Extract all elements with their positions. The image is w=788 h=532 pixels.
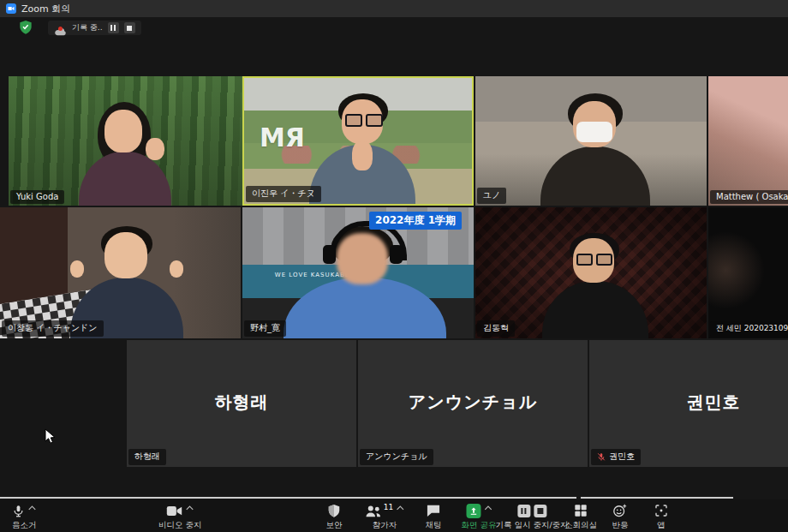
stop-video-label: 비디오 중지 [158, 520, 202, 531]
recording-indicator: 기록 중.. [48, 21, 141, 35]
video-tile-active-speaker[interactable]: MЯ 이진우 イ・チヌ [242, 76, 474, 206]
share-screen-button[interactable]: 화면 공유 [461, 503, 496, 531]
window-title: Zoom 회의 [21, 3, 70, 15]
participants-label: 참가자 [373, 520, 397, 531]
face-mask [576, 122, 612, 142]
participant-name: 이진우 イ・チヌ [252, 188, 315, 200]
video-tile-yuki-goda[interactable]: Yuki Goda [9, 76, 242, 206]
breakout-rooms-icon [574, 504, 588, 517]
muted-mic-icon [597, 452, 606, 462]
breakout-rooms-button[interactable]: 소회의실 [564, 503, 597, 531]
video-camera-icon [166, 505, 182, 517]
participant-big-name: 권민호 [614, 391, 788, 414]
participant-name: Yuki Goda [16, 192, 58, 201]
chat-label: 채팅 [426, 520, 442, 531]
participant-name-tag: 김동혁 [477, 320, 515, 337]
participant-name-tag: ユノ [477, 188, 506, 204]
participants-button[interactable]: 11 참가자 [365, 503, 404, 531]
chevron-up-icon[interactable] [28, 505, 36, 511]
chevron-up-icon[interactable] [186, 505, 194, 511]
pause-stop-recording-button[interactable]: 기록 일시 중지/중지 [495, 503, 568, 531]
participant-name: 권민호 [609, 451, 635, 463]
participant-name: ユノ [483, 189, 500, 201]
participant-name-tag: 전 세민 2020231092 [710, 321, 788, 337]
participant-name-tag: 이창동 イ・チャンドン [2, 320, 104, 337]
shield-icon [328, 504, 341, 518]
chevron-up-icon[interactable] [484, 505, 492, 511]
reactions-emoji-icon [613, 504, 628, 517]
participant-figure [535, 93, 664, 206]
reactions-label: 반응 [612, 520, 629, 531]
participant-name-tag: 하형래 [128, 449, 166, 465]
security-label: 보안 [326, 520, 343, 531]
video-tile-an-uncheol[interactable]: アンウンチョル アンウンチョル [358, 340, 588, 467]
mouse-cursor [45, 428, 57, 445]
participants-icon [365, 505, 382, 517]
security-button[interactable]: 보안 [326, 503, 343, 531]
apps-button[interactable]: 앱 [654, 503, 668, 531]
participant-name: 이창동 イ・チャンドン [8, 322, 98, 334]
meeting-security-shield-icon[interactable] [19, 20, 33, 35]
headphone-cup [323, 245, 336, 264]
headphone-cup [390, 245, 403, 264]
semester-banner: 2022年度 1学期 [369, 212, 462, 230]
share-screen-label: 화면 공유 [461, 520, 496, 531]
participants-count: 11 [384, 503, 393, 511]
chevron-up-icon[interactable] [397, 505, 404, 511]
participant-figure [302, 93, 431, 206]
stop-recording-icon[interactable] [534, 505, 546, 517]
window-title-bar: Zoom 회의 [0, 0, 788, 17]
stop-video-button[interactable]: 비디오 중지 [158, 503, 202, 531]
video-tile-yuno[interactable]: ユノ [475, 76, 707, 206]
cloud-recording-icon [54, 23, 67, 33]
participant-name: アンウンチョル [366, 451, 427, 463]
reactions-button[interactable]: 반응 [612, 503, 629, 531]
pause-recording-button[interactable] [108, 22, 119, 33]
zoom-app-icon [6, 3, 16, 14]
microphone-icon [12, 504, 25, 518]
video-feed-dark [708, 207, 788, 338]
recording-red-dot [58, 27, 63, 31]
chat-button[interactable]: 채팅 [426, 503, 442, 531]
participant-name: 김동혁 [483, 322, 509, 334]
participant-figure [535, 233, 664, 338]
pause-recording-icon[interactable] [517, 505, 530, 517]
video-tile-jeon-semin[interactable]: 전 세민 2020231092 [708, 207, 788, 338]
video-tile-lee-changdong[interactable]: 이창동 イ・チャンドン [0, 207, 241, 338]
breakout-rooms-label: 소회의실 [564, 520, 597, 531]
participant-name: 전 세민 2020231092 [716, 323, 788, 334]
meeting-toolbar: 음소거 비디오 중지 보안 [0, 499, 788, 532]
chat-bubble-icon [427, 504, 441, 517]
participant-name: 하형래 [134, 451, 160, 463]
participant-name: Matthew ( Osaka Gakuin Un [716, 192, 788, 201]
participant-name-tag: アンウンチョル [360, 449, 433, 465]
participant-big-name: 하형래 [127, 391, 356, 414]
record-control-label: 기록 일시 중지/중지 [495, 520, 568, 531]
window-edge-line [581, 497, 733, 499]
window-edge-line [0, 497, 576, 499]
participant-big-name: アンウンチョル [358, 391, 588, 414]
participant-name-tag: 野村_寛 [244, 320, 286, 337]
participant-name-tag: 이진우 イ・チヌ [246, 186, 321, 202]
video-tile-matthew[interactable]: Matthew ( Osaka Gakuin Un [708, 76, 788, 206]
stop-recording-button[interactable] [124, 22, 135, 33]
video-tile-kwon-minho[interactable]: 권민호 권민호 [589, 340, 788, 467]
mute-button[interactable]: 음소거 [12, 503, 37, 531]
mute-label: 음소거 [12, 520, 37, 531]
participant-figure [284, 223, 446, 338]
video-tile-kim-donghyuk[interactable]: 김동혁 [475, 207, 707, 338]
recording-status-text: 기록 중.. [72, 22, 103, 33]
video-feed-blurred [708, 76, 788, 206]
apps-icon [654, 504, 668, 517]
participant-name-tag: Matthew ( Osaka Gakuin Un [710, 190, 788, 204]
park-sign-letters: MЯ [260, 123, 305, 152]
video-tile-ha-hyungrae[interactable]: 하형래 하형래 [127, 340, 356, 467]
participant-name-tag: 권민호 [591, 449, 641, 465]
participant-figure [60, 102, 197, 206]
share-screen-icon [466, 504, 481, 518]
participant-name-tag: Yuki Goda [10, 190, 64, 204]
apps-label: 앱 [657, 520, 666, 531]
zoom-meeting-window: Zoom 회의 기록 중.. Yuki Goda MЯ [0, 0, 788, 532]
video-tile-nomura[interactable]: WE LOVE KASUKABE 2022年度 1学期 野村_寛 [242, 207, 474, 338]
participant-name: 野村_寛 [250, 322, 280, 334]
